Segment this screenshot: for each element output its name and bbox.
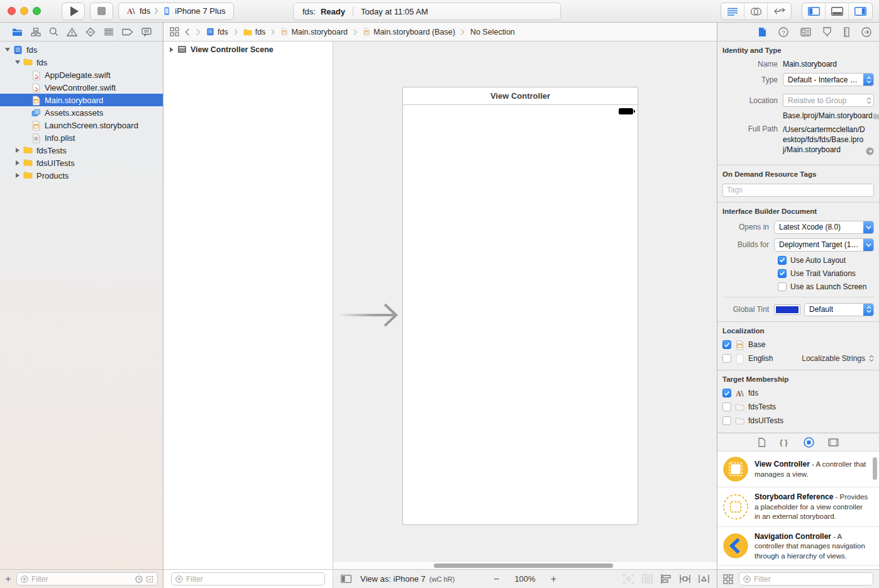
checkbox-unchecked-icon[interactable] (722, 402, 731, 411)
library-grid-view-icon[interactable] (723, 574, 733, 584)
tree-row-file-selected[interactable]: Main.storyboard (0, 94, 163, 106)
report-navigator-tab[interactable] (141, 28, 152, 36)
breadcrumb-project[interactable]: fds (206, 28, 228, 36)
find-navigator-tab[interactable] (49, 27, 58, 36)
horizontal-scrollbar-track[interactable] (333, 561, 717, 569)
standard-editor-button[interactable] (721, 3, 744, 19)
size-inspector-tab[interactable] (844, 27, 849, 37)
localization-base-row[interactable]: Base (722, 340, 874, 350)
minimize-window-button[interactable] (20, 7, 28, 15)
disclosure-closed-icon[interactable] (14, 173, 21, 178)
tags-input[interactable] (722, 184, 874, 197)
pin-icon[interactable] (680, 574, 690, 584)
disclosure-open-icon[interactable] (14, 60, 21, 64)
toggle-inspector-button[interactable] (849, 3, 872, 19)
attributes-inspector-tab[interactable] (822, 27, 832, 37)
issue-navigator-tab[interactable] (67, 28, 77, 36)
breadcrumb-group[interactable]: fds (243, 28, 266, 36)
global-tint-color-well[interactable] (774, 304, 800, 315)
horizontal-scrollbar-thumb[interactable] (434, 563, 613, 568)
tree-row-group[interactable]: Products (0, 169, 163, 182)
builds-for-popup[interactable]: Deployment Target (10.3) (774, 238, 874, 252)
canvas-area[interactable]: View Controller (333, 42, 717, 569)
target-row-fdstests[interactable]: fdsTests (722, 402, 874, 412)
tree-row-group[interactable]: fdsUITests (0, 157, 163, 169)
tree-row-group[interactable]: fdsTests (0, 144, 163, 157)
checkbox-checked-icon[interactable] (778, 256, 787, 265)
library-scrollbar-thumb[interactable] (873, 457, 877, 480)
checkbox-checked-icon[interactable] (778, 269, 787, 278)
checkbox-checked-icon[interactable] (722, 389, 731, 397)
tree-row-file[interactable]: AppDelegate.swift (0, 69, 163, 81)
tree-row-group[interactable]: fds (0, 56, 163, 69)
target-row-fdsuitests[interactable]: fdsUITests (722, 416, 874, 426)
breadcrumb-base-file[interactable]: Main.storyboard (Base) (363, 28, 455, 36)
toggle-navigator-button[interactable] (802, 3, 826, 19)
library-filter-input[interactable] (754, 575, 869, 584)
opens-in-popup[interactable]: Latest Xcode (8.0) (774, 221, 874, 234)
goto-arrow-icon[interactable] (866, 147, 874, 155)
breadcrumb-selection[interactable]: No Selection (470, 28, 515, 36)
back-button[interactable] (185, 28, 190, 36)
global-tint-popup[interactable]: Default (804, 303, 874, 316)
localization-english-row[interactable]: English Localizable Strings (722, 354, 874, 363)
library-item-navigation-controller[interactable]: Navigation Controller - A controller tha… (717, 527, 879, 567)
object-library-tab[interactable] (804, 437, 814, 448)
scheme-selector[interactable]: A fds iPhone 7 Plus (118, 3, 234, 20)
breakpoint-navigator-tab[interactable] (122, 28, 133, 36)
stop-button[interactable] (90, 3, 113, 20)
identity-inspector-tab[interactable] (800, 28, 811, 36)
checkbox-unchecked-icon[interactable] (722, 354, 731, 363)
close-window-button[interactable] (8, 7, 16, 15)
type-popup[interactable]: Default - Interface Builder... (783, 73, 874, 86)
tree-row-file[interactable]: ViewController.swift (0, 81, 163, 94)
breadcrumb-file[interactable]: Main.storyboard (280, 28, 348, 36)
disclosure-open-icon[interactable] (4, 48, 11, 52)
disclosure-closed-icon[interactable] (14, 160, 21, 165)
forward-button[interactable] (196, 28, 201, 36)
add-button[interactable]: + (5, 574, 11, 584)
debug-navigator-tab[interactable] (104, 28, 114, 36)
symbol-navigator-tab[interactable] (31, 28, 41, 36)
library-filter-field[interactable] (739, 572, 873, 585)
file-inspector-tab[interactable] (758, 27, 766, 37)
related-items-icon[interactable] (170, 27, 179, 36)
use-as-launch-screen-row[interactable]: Use as Launch Screen (778, 282, 874, 291)
align-icon[interactable] (661, 574, 672, 584)
embed-in-stack-icon[interactable] (642, 574, 653, 584)
zoom-window-button[interactable] (33, 7, 41, 15)
tree-row-file[interactable]: Info.plist (0, 131, 163, 144)
view-controller-frame[interactable]: View Controller (402, 87, 638, 525)
open-folder-icon[interactable] (873, 113, 879, 119)
tree-row-file[interactable]: LaunchScreen.storyboard (0, 119, 163, 131)
navigator-filter-input[interactable] (31, 575, 132, 584)
media-library-tab[interactable] (828, 438, 839, 447)
view-controller-titlebar[interactable]: View Controller (403, 87, 638, 105)
outline-filter-field[interactable] (171, 572, 325, 585)
zoom-in-button[interactable]: + (551, 574, 556, 585)
resolve-auto-layout-icon[interactable] (699, 574, 709, 584)
english-file-type-value[interactable]: Localizable Strings (802, 354, 865, 363)
toggle-debug-area-button[interactable] (826, 3, 849, 19)
checkbox-unchecked-icon[interactable] (722, 416, 731, 425)
location-popup[interactable]: Relative to Group (783, 94, 874, 107)
quick-help-inspector-tab[interactable]: ? (778, 27, 788, 37)
initial-view-controller-arrow[interactable] (340, 301, 402, 330)
view-as-label[interactable]: View as: iPhone 7 (360, 574, 426, 584)
disclosure-closed-icon[interactable] (14, 148, 21, 153)
zoom-level-label[interactable]: 100% (514, 574, 535, 584)
toggle-document-outline-icon[interactable] (341, 575, 351, 583)
file-template-library-tab[interactable] (758, 438, 766, 447)
disclosure-closed-icon[interactable] (170, 47, 174, 52)
use-auto-layout-row[interactable]: Use Auto Layout (778, 256, 874, 265)
tree-row-file[interactable]: Assets.xcassets (0, 106, 163, 119)
tree-row-project[interactable]: fds (0, 43, 163, 56)
library-item-view-controller[interactable]: View Controller - A controller that mana… (717, 452, 879, 487)
project-navigator-tab[interactable] (12, 28, 23, 36)
checkbox-unchecked-icon[interactable] (778, 282, 787, 291)
outline-filter-input[interactable] (186, 575, 321, 584)
recent-files-icon[interactable] (135, 575, 143, 583)
connections-inspector-tab[interactable] (861, 27, 871, 37)
checkbox-checked-icon[interactable] (722, 340, 731, 349)
test-navigator-tab[interactable] (86, 27, 96, 37)
